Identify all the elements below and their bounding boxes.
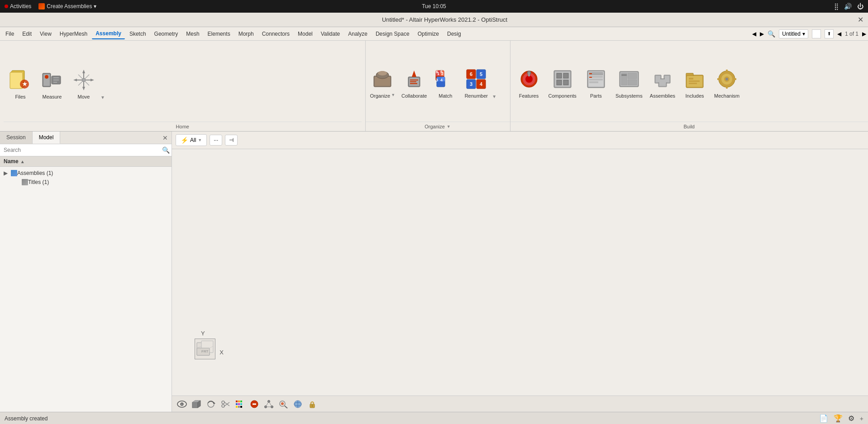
lock-button[interactable]	[306, 398, 319, 410]
svg-marker-15	[82, 87, 85, 90]
svg-line-128	[266, 401, 269, 407]
subsystems-label: Subsystems	[615, 93, 643, 99]
menu-item-hypermesh[interactable]: HyperMesh	[56, 29, 91, 39]
tree-item-assemblies[interactable]: ▶ Assemblies (1)	[0, 169, 172, 178]
nodes-button[interactable]	[262, 398, 275, 410]
svg-rect-30	[410, 83, 417, 84]
organize-icon	[370, 67, 395, 91]
menu-item-optimize[interactable]: Optimize	[414, 29, 443, 39]
menu-item-edit[interactable]: Edit	[19, 29, 35, 39]
color-button[interactable]	[234, 398, 246, 410]
no-entry-button[interactable]	[248, 398, 261, 410]
menu-item-elements[interactable]: Elements	[204, 29, 234, 39]
status-plus-icon[interactable]: +	[860, 415, 863, 422]
tree-item-titles[interactable]: Titles (1)	[0, 178, 172, 187]
search-input[interactable]	[2, 146, 162, 154]
panel-close-button[interactable]: ✕	[159, 132, 172, 144]
left-panel: Session Model ✕ 🔍 Name ▲ ▶ Assemblies (1…	[0, 132, 172, 412]
model-tab[interactable]: Model	[33, 132, 61, 144]
renumber-button[interactable]: 6 5 3 4 Renumber	[461, 65, 491, 100]
svg-marker-17	[91, 79, 94, 81]
mechanism-button[interactable]: Mechanism	[711, 65, 742, 100]
all-button[interactable]: ⚡ All ▼	[176, 134, 207, 146]
viewport-canvas[interactable]: Y FRT X	[172, 149, 868, 396]
nav-prev-icon[interactable]: ◀	[752, 31, 756, 37]
network-icon[interactable]: ⣿	[834, 3, 839, 10]
svg-line-113	[224, 402, 229, 406]
assemblies-button[interactable]: Assemblies	[647, 65, 678, 100]
title-bar: Untitled* - Altair HyperWorks 2021.2 - O…	[0, 13, 868, 27]
box-view-button[interactable]	[190, 398, 203, 410]
features-button[interactable]: Features	[514, 65, 544, 100]
nav-page-prev-icon[interactable]: ◀	[837, 31, 841, 37]
menu-item-view[interactable]: View	[36, 29, 55, 39]
rotate-button[interactable]	[205, 398, 217, 410]
menu-item-model[interactable]: Model	[294, 29, 316, 39]
move-button[interactable]: Move	[69, 66, 99, 101]
tree-header-label: Name	[4, 158, 19, 165]
nav-next-icon[interactable]: ▶	[760, 31, 764, 37]
untitled-label: Untitled	[782, 31, 801, 37]
svg-rect-59	[563, 73, 568, 78]
nav-page-next-icon[interactable]: ▶	[862, 31, 866, 37]
3d-view-icon	[293, 400, 303, 409]
session-tab[interactable]: Session	[0, 132, 33, 144]
menu-item-file[interactable]: File	[2, 29, 18, 39]
menu-item-geometry[interactable]: Geometry	[151, 29, 182, 39]
power-icon[interactable]: ⏻	[857, 3, 863, 10]
organize-button[interactable]: Organize ▼	[367, 65, 398, 100]
menu-item-morph[interactable]: Morph	[235, 29, 258, 39]
svg-rect-75	[621, 74, 627, 76]
menu-item-sketch[interactable]: Sketch	[126, 29, 150, 39]
menu-item-analyze[interactable]: Analyze	[344, 29, 371, 39]
match-button[interactable]: 6 5 3 4 1 2 Match	[430, 65, 460, 100]
svg-rect-120	[236, 406, 238, 408]
close-button[interactable]: ✕	[858, 15, 863, 24]
menu-item-assembly[interactable]: Assembly	[92, 28, 125, 39]
collaborate-button[interactable]: Collaborate	[399, 65, 429, 100]
activities-button[interactable]: Activities	[5, 3, 31, 9]
subsystems-button[interactable]: Subsystems	[613, 65, 645, 100]
search-icon[interactable]: 🔍	[162, 146, 170, 154]
renumber-icon: 6 5 3 4	[464, 67, 488, 91]
status-trophy-icon[interactable]: 🏆	[834, 414, 843, 423]
menu-item-connectors[interactable]: Connectors	[258, 29, 293, 39]
includes-icon	[682, 67, 707, 91]
menu-item-design-space[interactable]: Design Space	[372, 29, 413, 39]
magnify-button[interactable]	[277, 398, 290, 410]
all-dropdown-icon: ▼	[198, 138, 202, 142]
svg-text:5: 5	[480, 71, 482, 77]
3d-view-button[interactable]	[291, 398, 304, 410]
scissors-button[interactable]	[219, 398, 232, 410]
view-eye-button[interactable]	[176, 398, 188, 410]
untitled-dropdown[interactable]: Untitled ▾	[779, 29, 808, 38]
menu-item-mesh[interactable]: Mesh	[182, 29, 203, 39]
svg-rect-68	[589, 73, 592, 74]
more-options-button[interactable]: ···	[210, 135, 222, 146]
menu-item-validate[interactable]: Validate	[317, 29, 343, 39]
svg-rect-55	[528, 73, 530, 76]
parts-button[interactable]: Parts	[581, 65, 611, 100]
settings-gear-icon[interactable]: ⚙	[848, 414, 854, 423]
create-assemblies-label: Create Assemblies	[47, 3, 92, 9]
status-doc-icon[interactable]: 📄	[819, 414, 828, 423]
nav-export-icon[interactable]: ⬆	[825, 29, 834, 38]
svg-text:FRT: FRT	[201, 349, 209, 353]
collaborate-icon	[402, 67, 426, 91]
system-bar: Activities Create Assemblies ▾ Tue 10:05…	[0, 0, 868, 13]
menu-item-desig[interactable]: Desig	[444, 29, 465, 39]
nav-box-icon[interactable]	[812, 29, 821, 38]
match-label: Match	[439, 93, 452, 99]
svg-rect-87	[689, 83, 697, 84]
measure-button[interactable]: Measure	[37, 66, 67, 101]
menu-search-icon[interactable]: 🔍	[768, 30, 775, 38]
create-assemblies-button[interactable]: Create Assemblies ▾	[38, 3, 96, 9]
svg-rect-121	[238, 406, 240, 408]
volume-icon[interactable]: 🔊	[844, 3, 852, 10]
features-icon	[517, 67, 541, 91]
files-button[interactable]: ★ Files	[5, 66, 35, 101]
x-axis-label: X	[219, 349, 224, 356]
pipe-button[interactable]: ⊣	[225, 135, 238, 146]
includes-button[interactable]: Includes	[680, 65, 710, 100]
components-button[interactable]: Components	[546, 65, 579, 100]
